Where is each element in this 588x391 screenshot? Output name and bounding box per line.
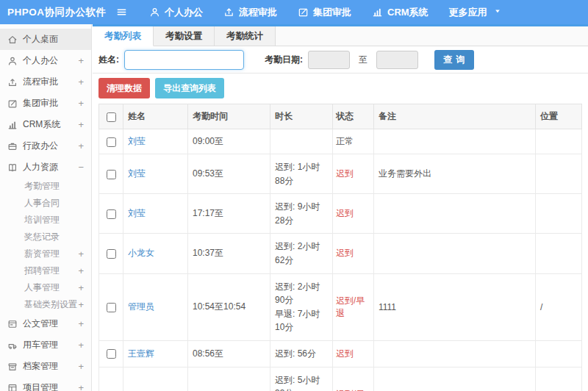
employee-name-link[interactable]: 小龙女 <box>128 248 154 258</box>
expand-toggle-icon[interactable]: + <box>78 340 84 351</box>
table-row: 刘莹 09:00至 正常 <box>99 129 582 154</box>
duration-line: 迟到: 5小时33分 <box>275 373 328 391</box>
car-icon <box>7 340 18 351</box>
sidebar-subitem[interactable]: 培训管理 <box>0 212 91 229</box>
date-from-input[interactable] <box>308 51 350 69</box>
sidebar-subitem-label: 基础类别设置 <box>24 298 77 311</box>
sidebar-subitem[interactable]: 基础类别设置 + <box>0 296 91 313</box>
project-icon <box>7 383 18 391</box>
employee-name-link[interactable]: 刘莹 <box>128 208 146 218</box>
sidebar-subitem[interactable]: 考勤管理 <box>0 178 91 195</box>
table-row: 刘莹 17:17至 迟到: 9小时28分 迟到 <box>99 194 582 234</box>
duration-cell: 迟到: 5小时33分早退: 4小时67分 <box>270 367 333 391</box>
sidebar-subitem[interactable]: 薪资管理 + <box>0 245 91 262</box>
expand-toggle-icon[interactable]: + <box>78 361 84 372</box>
topnav-item[interactable]: 集团审批 <box>298 6 351 19</box>
expand-toggle-icon[interactable]: − <box>78 162 84 173</box>
tab-label: 考勤统计 <box>226 30 263 43</box>
duration-line: 早退: 7小时10分 <box>275 307 328 334</box>
sidebar-item-label: 项目管理 <box>23 381 58 391</box>
sidebar-subitem[interactable]: 人事管理 + <box>0 279 91 296</box>
book-icon <box>7 162 18 173</box>
hamburger-menu-button[interactable] <box>116 7 127 18</box>
date-to-label: 至 <box>359 54 368 66</box>
table-row: 管理员 10:54至10:54 迟到: 2小时90分早退: 7小时10分 迟到/… <box>99 273 582 340</box>
name-filter-input[interactable] <box>124 50 244 70</box>
topnav-item[interactable]: 流程审批 <box>223 6 277 19</box>
sidebar-item[interactable]: 人力资源 − <box>0 157 91 178</box>
expand-toggle-icon[interactable]: + <box>78 55 84 66</box>
edit-icon <box>7 98 18 109</box>
sidebar-subitem-label: 培训管理 <box>24 214 60 226</box>
expand-toggle-icon[interactable]: + <box>78 76 84 87</box>
expand-toggle-icon[interactable]: + <box>78 282 84 293</box>
location-cell: / <box>536 273 582 340</box>
table-body: 刘莹 09:00至 正常 刘莹 09:53至 迟到: 1小时88分 迟到 业务需… <box>99 129 582 391</box>
expand-toggle-icon[interactable]: + <box>78 265 84 276</box>
select-all-checkbox[interactable] <box>107 112 116 122</box>
employee-name-link[interactable]: 管理员 <box>128 301 154 312</box>
sidebar-item-label: 个人桌面 <box>23 33 58 46</box>
sidebar-subitem[interactable]: 招聘管理 + <box>0 262 91 279</box>
tab-2[interactable]: 考勤统计 <box>215 26 276 46</box>
duration-cell: 迟到: 9小时28分 <box>270 194 333 234</box>
sidebar-item-label: 集团审批 <box>23 97 58 110</box>
employee-name-link[interactable]: 刘莹 <box>128 136 146 146</box>
sidebar-item[interactable]: CRM系统 + <box>0 114 91 135</box>
employee-name-link[interactable]: 王壹辉 <box>128 348 154 359</box>
attendance-time-cell: 17:17至 <box>188 194 270 234</box>
expand-toggle-icon[interactable]: + <box>78 140 84 151</box>
row-checkbox[interactable] <box>107 249 116 259</box>
duration-cell: 迟到: 56分 <box>270 340 333 367</box>
duration-line: 迟到: 56分 <box>275 347 328 361</box>
sidebar-item[interactable]: 个人办公 + <box>0 50 91 71</box>
sidebar-item-label: 公文管理 <box>23 318 58 330</box>
sidebar-subitem[interactable]: 人事合同 <box>0 195 91 212</box>
row-checkbox[interactable] <box>107 349 116 359</box>
expand-toggle-icon[interactable]: + <box>78 248 84 259</box>
duration-cell: 迟到: 2小时62分 <box>270 234 333 273</box>
sidebar-subitem[interactable]: 奖惩记录 <box>0 229 91 245</box>
export-list-button[interactable]: 导出查询列表 <box>155 78 224 98</box>
user-icon <box>149 7 160 18</box>
row-select-cell <box>99 367 123 391</box>
row-checkbox[interactable] <box>107 170 116 179</box>
doc-icon <box>7 319 18 329</box>
tab-bar: 考勤列表 考勤设置 考勤统计 <box>93 26 588 46</box>
archive-icon <box>7 362 18 372</box>
tab-1[interactable]: 考勤设置 <box>154 26 215 46</box>
expand-toggle-icon[interactable]: + <box>78 299 84 310</box>
topnav-item[interactable]: 更多应用 <box>449 6 502 19</box>
expand-toggle-icon[interactable]: + <box>78 382 84 391</box>
top-navigation: 个人办公 流程审批 集团审批 CRM系统 更多应用 <box>139 6 512 19</box>
sidebar-item[interactable]: 用车管理 + <box>0 334 91 356</box>
sidebar-item[interactable]: 档案管理 + <box>0 356 91 377</box>
status-badge: 迟到 <box>336 248 354 258</box>
topnav-item-label: 流程审批 <box>239 6 277 19</box>
attendance-time-cell: 10:54至10:54 <box>188 273 270 340</box>
sidebar-item-label: 个人办公 <box>23 54 58 67</box>
topnav-item[interactable]: 个人办公 <box>149 6 203 19</box>
tab-0[interactable]: 考勤列表 <box>93 26 154 46</box>
status-badge: 迟到 <box>336 348 354 359</box>
note-cell: 1111 <box>374 273 536 340</box>
row-checkbox[interactable] <box>107 209 116 219</box>
sidebar-item[interactable]: 流程审批 + <box>0 71 91 93</box>
topnav-item[interactable]: CRM系统 <box>372 6 429 19</box>
sidebar-item[interactable]: 行政办公 + <box>0 135 91 157</box>
expand-toggle-icon[interactable]: + <box>78 98 84 109</box>
sidebar-item[interactable]: 项目管理 + <box>0 377 91 391</box>
location-cell <box>536 154 582 194</box>
clean-data-button[interactable]: 清理数据 <box>98 78 150 98</box>
expand-toggle-icon[interactable]: + <box>78 119 84 130</box>
row-checkbox[interactable] <box>107 137 116 147</box>
search-button[interactable]: 查 询 <box>434 50 474 70</box>
date-to-input[interactable] <box>376 51 418 69</box>
sidebar-item[interactable]: 个人桌面 <box>0 29 91 50</box>
expand-toggle-icon[interactable]: + <box>78 318 84 329</box>
sidebar-item[interactable]: 集团审批 + <box>0 93 91 114</box>
row-checkbox[interactable] <box>107 303 116 312</box>
employee-name-link[interactable]: 刘莹 <box>128 168 146 179</box>
sidebar-item[interactable]: 公文管理 + <box>0 313 91 334</box>
sidebar-subitem-label: 人事管理 <box>24 281 60 294</box>
